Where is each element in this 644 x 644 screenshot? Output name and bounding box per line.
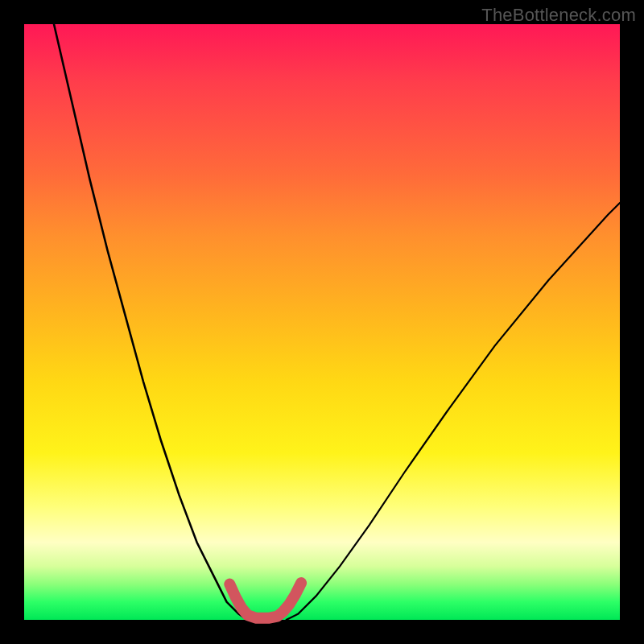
watermark-text: TheBottleneck.com bbox=[481, 5, 636, 26]
curve-right-branch bbox=[287, 203, 620, 620]
curve-left-branch bbox=[54, 24, 248, 620]
plot-area bbox=[24, 24, 620, 620]
chart-frame: TheBottleneck.com bbox=[0, 0, 644, 644]
valley-marker bbox=[229, 583, 301, 618]
curve-layer bbox=[24, 24, 620, 620]
